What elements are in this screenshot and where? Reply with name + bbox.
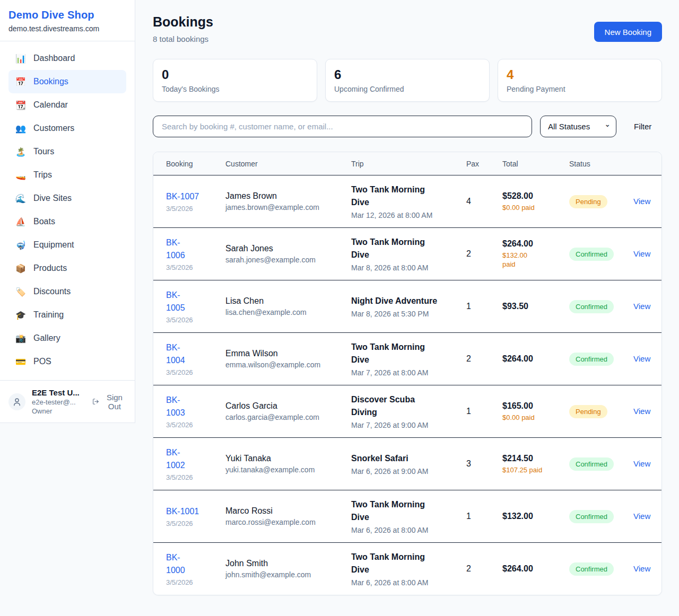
booking-link[interactable]: BK- 1002 bbox=[166, 446, 185, 472]
total-cell: $264.00 bbox=[502, 354, 569, 364]
status-badge: Confirmed bbox=[569, 353, 614, 366]
customer-name: Sarah Jones bbox=[225, 244, 344, 253]
booking-cell: BK-10013/5/2026 bbox=[166, 505, 225, 527]
pax-cell: 1 bbox=[466, 302, 502, 311]
sidebar-item-calendar[interactable]: 📆Calendar bbox=[8, 93, 126, 117]
trip-cell: Two Tank Morning DiveMar 8, 2026 at 8:00… bbox=[351, 236, 466, 272]
customer-cell: Marco Rossimarco.rossi@example.com bbox=[225, 506, 351, 526]
stat-value: 0 bbox=[162, 67, 308, 82]
view-link[interactable]: View bbox=[633, 407, 650, 416]
equipment-icon: 🤿 bbox=[15, 240, 27, 250]
pax-cell: 4 bbox=[466, 197, 502, 206]
stat-card-upcoming-confirmed: 6 Upcoming Confirmed bbox=[325, 59, 490, 102]
view-link[interactable]: View bbox=[633, 459, 650, 468]
sign-out-button[interactable]: Sign Out bbox=[92, 393, 126, 411]
trip-cell: Snorkel SafariMar 6, 2026 at 9:00 AM bbox=[351, 452, 466, 476]
booking-link[interactable]: BK- 1004 bbox=[166, 341, 185, 367]
new-booking-button[interactable]: New Booking bbox=[594, 22, 662, 42]
sidebar-item-pos[interactable]: 💳POS bbox=[8, 350, 126, 373]
booking-link[interactable]: BK- 1003 bbox=[166, 394, 185, 419]
sidebar-item-training[interactable]: 🎓Training bbox=[8, 303, 126, 327]
booking-link[interactable]: BK- 1005 bbox=[166, 289, 185, 314]
action-cell: View bbox=[633, 197, 658, 206]
customer-name: John Smith bbox=[225, 559, 344, 568]
trip-name: Two Tank Morning Dive bbox=[351, 498, 459, 524]
booking-link[interactable]: BK- 1000 bbox=[166, 551, 185, 577]
sidebar-item-equipment[interactable]: 🤿Equipment bbox=[8, 233, 126, 257]
view-link[interactable]: View bbox=[633, 197, 650, 206]
stat-value: 4 bbox=[507, 67, 653, 82]
total-amount: $93.50 bbox=[502, 302, 562, 311]
total-cell: $132.00 bbox=[502, 512, 569, 521]
view-link[interactable]: View bbox=[633, 564, 650, 573]
total-amount: $264.00 bbox=[502, 239, 562, 249]
total-cell: $528.00$0.00 paid bbox=[502, 191, 569, 212]
status-filter-wrap: All Statuses ⌄ bbox=[540, 116, 616, 137]
sidebar-item-label: Products bbox=[33, 263, 67, 273]
booking-link[interactable]: BK-1007 bbox=[166, 190, 199, 203]
trip-cell: Two Tank Morning DiveMar 7, 2026 at 8:00… bbox=[351, 341, 466, 377]
trip-name: Two Tank Morning Dive bbox=[351, 551, 459, 576]
sidebar-item-label: Discounts bbox=[33, 287, 71, 296]
view-link[interactable]: View bbox=[633, 302, 650, 311]
trip-cell: Two Tank Morning DiveMar 6, 2026 at 8:00… bbox=[351, 551, 466, 587]
logout-icon bbox=[92, 397, 99, 406]
status-badge: Confirmed bbox=[569, 300, 614, 313]
avatar bbox=[8, 393, 25, 410]
sidebar-item-label: Training bbox=[33, 310, 64, 320]
sidebar-item-bookings[interactable]: 📅Bookings bbox=[8, 70, 126, 93]
sidebar-item-dive-sites[interactable]: 🌊Dive Sites bbox=[8, 187, 126, 210]
booking-date: 3/5/2026 bbox=[166, 368, 218, 376]
calendar-icon: 📆 bbox=[15, 100, 27, 110]
view-link[interactable]: View bbox=[633, 249, 650, 258]
stats-row: 0 Today's Bookings 6 Upcoming Confirmed … bbox=[153, 59, 662, 102]
column-header-customer: Customer bbox=[225, 160, 351, 168]
total-amount: $132.00 bbox=[502, 512, 562, 521]
bookings-table: Booking Customer Trip Pax Total Status B… bbox=[153, 152, 662, 595]
booking-link[interactable]: BK-1001 bbox=[166, 505, 199, 518]
status-badge: Confirmed bbox=[569, 457, 614, 471]
paid-amount: $132.00 paid bbox=[502, 251, 562, 269]
dive-sites-icon: 🌊 bbox=[15, 193, 27, 204]
customer-email: yuki.tanaka@example.com bbox=[225, 465, 344, 474]
paid-amount: $0.00 paid bbox=[502, 203, 562, 212]
view-link[interactable]: View bbox=[633, 512, 650, 521]
table-row: BK-10073/5/2026James Brownjames.brown@ex… bbox=[153, 175, 661, 227]
action-cell: View bbox=[633, 564, 658, 574]
sidebar-item-products[interactable]: 📦Products bbox=[8, 257, 126, 280]
table-header: Booking Customer Trip Pax Total Status bbox=[153, 152, 661, 175]
trip-date: Mar 7, 2026 at 8:00 AM bbox=[351, 368, 459, 377]
user-role: Owner bbox=[32, 407, 83, 415]
pax-cell: 1 bbox=[466, 407, 502, 416]
customer-email: carlos.garcia@example.com bbox=[225, 413, 344, 421]
sidebar-item-dashboard[interactable]: 📊Dashboard bbox=[8, 47, 126, 70]
sidebar-item-gallery[interactable]: 📸Gallery bbox=[8, 327, 126, 350]
search-input[interactable] bbox=[153, 116, 532, 137]
sidebar-item-boats[interactable]: ⛵Boats bbox=[8, 210, 126, 233]
view-link[interactable]: View bbox=[633, 354, 650, 363]
sidebar-item-label: Customers bbox=[33, 124, 74, 133]
stat-card-pending-payment: 4 Pending Payment bbox=[498, 59, 662, 102]
status-filter-select[interactable]: All Statuses bbox=[540, 116, 616, 137]
column-header-status: Status bbox=[569, 160, 633, 168]
table-row: BK- 10043/5/2026Emma Wilsonemma.wilson@e… bbox=[153, 332, 661, 385]
booking-link[interactable]: BK- 1006 bbox=[166, 236, 185, 262]
customer-cell: Lisa Chenlisa.chen@example.com bbox=[225, 296, 351, 316]
user-email: e2e-tester@... bbox=[32, 398, 83, 406]
trip-name: Two Tank Morning Dive bbox=[351, 341, 459, 366]
sidebar-item-discounts[interactable]: 🏷️Discounts bbox=[8, 280, 126, 303]
action-cell: View bbox=[633, 407, 658, 416]
trip-name: Two Tank Morning Dive bbox=[351, 236, 459, 261]
products-icon: 📦 bbox=[15, 263, 27, 274]
sidebar-item-customers[interactable]: 👥Customers bbox=[8, 117, 126, 140]
sidebar-item-tours[interactable]: 🏝️Tours bbox=[8, 140, 126, 163]
column-header-trip: Trip bbox=[351, 160, 466, 168]
stat-card-todays-bookings: 0 Today's Bookings bbox=[153, 59, 317, 102]
booking-date: 3/5/2026 bbox=[166, 205, 218, 213]
sidebar-item-trips[interactable]: 🚤Trips bbox=[8, 163, 126, 187]
sidebar: Demo Dive Shop demo.test.divestreams.com… bbox=[0, 0, 135, 423]
sidebar-item-label: Equipment bbox=[33, 240, 74, 250]
status-badge: Confirmed bbox=[569, 510, 614, 523]
sidebar-item-label: Tours bbox=[33, 147, 54, 156]
filter-button[interactable]: Filter bbox=[634, 122, 651, 131]
